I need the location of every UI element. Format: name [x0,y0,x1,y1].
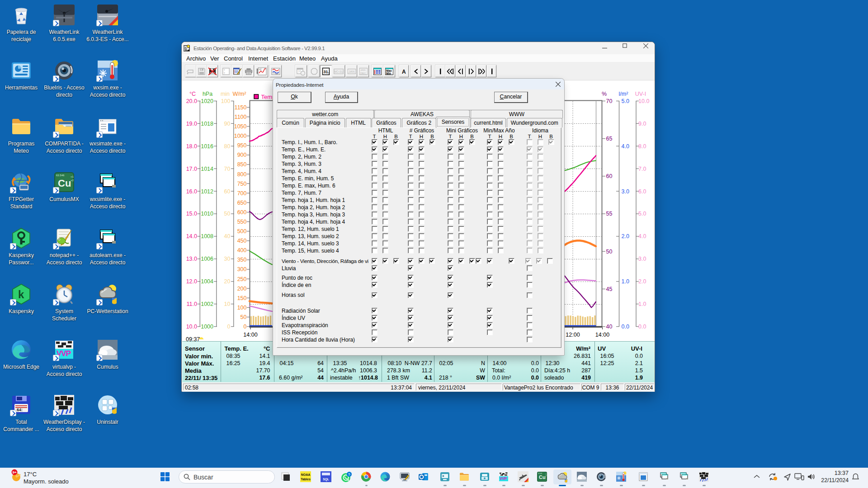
svg-text:850: 850 [237,161,247,168]
svg-text:JAN: JAN [360,69,365,71]
svg-text:60: 60 [606,173,613,179]
svg-text:9.0: 9.0 [638,121,646,127]
svg-text:80: 80 [224,143,231,150]
svg-text:40: 40 [606,324,613,330]
svg-text:1.0: 1.0 [638,301,646,307]
svg-text:350: 350 [237,257,247,263]
svg-text:DEC: DEC [360,72,366,75]
svg-text:150: 150 [237,295,247,301]
svg-text:1020: 1020 [201,98,213,104]
svg-text:40: 40 [224,233,231,239]
svg-text:Min: Min [386,72,391,75]
svg-text:1018: 1018 [201,121,213,127]
svg-text:800: 800 [237,171,247,178]
svg-text:+2: +2 [71,179,74,182]
svg-text:W/m²: W/m² [233,91,246,97]
svg-text:20.0: 20.0 [186,98,197,104]
svg-text:3.0: 3.0 [622,188,629,195]
svg-text:0.0: 0.0 [638,324,646,330]
svg-text:1010: 1010 [201,211,213,217]
svg-text:10: 10 [224,301,231,307]
svg-text:11.0: 11.0 [187,301,197,307]
svg-text:1.0: 1.0 [622,278,629,285]
svg-text:1012: 1012 [201,188,213,195]
svg-text:18.0: 18.0 [186,143,197,150]
svg-text:7.0: 7.0 [638,166,646,172]
svg-text:1150: 1150 [235,104,247,111]
svg-text:MO-SU: MO-SU [335,70,344,73]
svg-text:10.0: 10.0 [186,324,197,330]
svg-text:4.0: 4.0 [622,143,629,150]
svg-text:55: 55 [606,211,613,217]
svg-text:300: 300 [237,266,247,272]
svg-text:hPa: hPa [203,91,212,97]
svg-text:6.0: 6.0 [638,188,646,195]
svg-text:5.0: 5.0 [638,211,646,217]
svg-text:JAN: JAN [349,70,354,73]
svg-text:100: 100 [237,305,247,311]
svg-text:1016: 1016 [201,143,213,150]
svg-text:Cu: Cu [58,178,71,189]
svg-text:+1: +1 [545,473,547,475]
svg-text:4.0: 4.0 [638,233,646,239]
svg-text:%: % [602,91,607,97]
svg-text:9+: 9+ [12,470,16,474]
svg-text:3.0: 3.0 [638,256,646,262]
svg-text:50: 50 [606,249,613,255]
svg-text:13.0: 13.0 [186,256,197,262]
svg-text:45: 45 [606,286,613,292]
svg-text:1000: 1000 [201,324,213,330]
svg-text:650: 650 [237,200,247,206]
svg-text:°C: °C [189,91,196,97]
svg-text:0: 0 [244,324,247,330]
svg-text:NOAA: NOAA [301,473,311,476]
svg-text:min: min [221,91,230,97]
svg-text:1006: 1006 [201,256,213,262]
svg-text:12.0: 12.0 [186,278,197,285]
svg-text:°C: °C [259,68,262,71]
svg-text:T: T [224,72,226,75]
svg-text:12:00: 12:00 [566,332,580,338]
svg-text:2.0: 2.0 [622,233,629,239]
svg-text:1014: 1014 [201,166,213,172]
svg-text:16.0: 16.0 [186,188,197,195]
svg-text:1008: 1008 [201,233,213,239]
svg-text:600: 600 [237,209,247,216]
svg-text:50: 50 [241,314,247,320]
svg-text:250: 250 [237,276,247,282]
svg-text:14.0: 14.0 [186,233,197,239]
svg-text:500: 500 [237,228,247,235]
svg-text:65: 65 [606,136,613,142]
svg-text:10.0: 10.0 [638,98,649,104]
svg-text:400: 400 [237,247,247,253]
svg-text:63.546: 63.546 [56,174,65,177]
svg-text:15.0: 15.0 [186,211,197,217]
svg-text:17.0: 17.0 [186,166,197,172]
svg-text:550: 550 [237,219,247,225]
svg-text:900: 900 [237,152,247,158]
svg-text:+2: +2 [545,475,547,477]
svg-text:1050: 1050 [234,123,247,130]
svg-text:30: 30 [224,256,231,262]
svg-text:SQL: SQL [323,478,329,481]
svg-text:60: 60 [224,188,231,195]
svg-text:Tables: Tables [301,478,311,481]
svg-text:70: 70 [224,166,231,172]
svg-text:90: 90 [224,121,231,127]
svg-text:09:37: 09:37 [186,336,200,341]
svg-text:20: 20 [224,278,231,285]
svg-text:UV-I: UV-I [635,91,646,97]
svg-text:100: 100 [221,98,231,104]
svg-text:14:00: 14:00 [595,332,609,338]
svg-text:450: 450 [237,238,247,244]
svg-text:700: 700 [237,190,247,197]
svg-text:950: 950 [237,142,247,149]
svg-text:1000: 1000 [234,133,247,139]
svg-text:0: 0 [227,324,231,330]
svg-text:5: 5 [348,472,350,476]
svg-text:0.0: 0.0 [622,324,629,330]
svg-text:2.0: 2.0 [638,278,646,285]
svg-text:1002: 1002 [201,301,213,307]
svg-text:1004: 1004 [201,278,213,285]
svg-text:1100: 1100 [235,114,247,120]
